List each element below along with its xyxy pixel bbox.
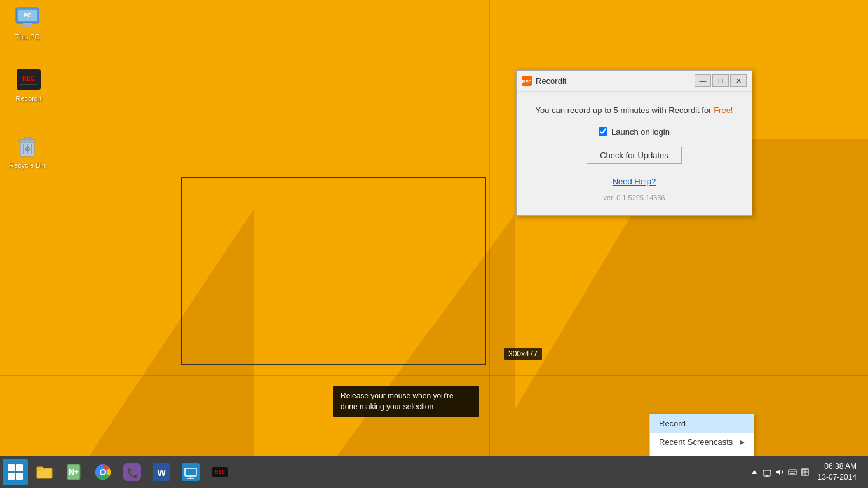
svg-text:PC: PC [24,12,32,18]
this-pc-icon: PC [15,5,40,30]
window-title-left: REC Recordit [522,76,566,86]
svg-rect-7 [24,137,31,140]
launch-on-login-row: Launch on login [529,127,739,137]
chrome-icon [94,463,112,481]
tray-flag-icon[interactable] [800,467,810,477]
file-explorer-icon [36,464,53,480]
window-body: You can record up to 5 minutes with Reco… [517,92,752,215]
minimize-button[interactable]: — [695,74,711,87]
svg-rect-36 [789,470,796,475]
bg-line-v [489,0,490,456]
launch-on-login-checkbox[interactable] [599,127,607,136]
version-text: ver. 0.1.5295.14356 [603,194,665,201]
window-description: You can record up to 5 minutes with Reco… [529,104,739,117]
window-controls: — □ ✕ [695,74,747,87]
tray-network-icon[interactable] [762,467,772,477]
taskbar-items: N+ 📞 [31,458,234,486]
svg-rect-2 [23,23,32,25]
tray-keyboard-icon[interactable] [787,467,797,477]
notepadpp-icon: N+ [65,463,83,481]
taskbar-right: 06:38 AM 13-07-2014 [749,461,865,483]
svg-text:W: W [157,468,166,478]
submenu-arrow-icon: ▶ [740,438,745,445]
desktop: PC This PC REC Recordit ♻ [0,0,868,456]
svg-text:REC: REC [522,79,532,84]
word-icon: W [153,463,170,481]
viber-icon: 📞 [123,463,141,481]
context-menu-recent-screencasts[interactable]: Recent Screencasts ▶ [650,433,754,451]
clock-time: 06:38 AM [818,461,857,472]
bg-shape2 [337,215,515,456]
tray-up-arrow[interactable] [749,467,759,477]
context-menu: Record Recent Screencasts ▶ Preferences … [649,414,754,456]
context-menu-record[interactable]: Record [650,414,754,433]
tooltip-text: Release your mouse when you're done maki… [341,391,454,411]
svg-text:📞: 📞 [127,468,139,478]
svg-text:N+: N+ [69,468,79,477]
window-title: Recordit [536,76,566,86]
size-indicator: 300x477 [504,348,542,360]
taskbar-notepadpp[interactable]: N+ [60,458,88,486]
tooltip: Release your mouse when you're done maki… [333,386,479,417]
context-menu-record-label: Record [659,419,686,428]
svg-rect-6 [19,140,36,142]
svg-rect-3 [20,25,34,27]
taskbar: N+ 📞 [0,456,868,488]
window-titlebar: REC Recordit — □ ✕ [517,71,752,92]
recordit-window-icon: REC [522,76,532,86]
system-tray [749,467,810,477]
need-help-link[interactable]: Need Help? [529,177,739,186]
start-button[interactable] [3,459,28,485]
bg-shape1 [64,208,254,456]
tray-speaker-icon[interactable] [775,467,785,477]
start-icon [8,464,23,480]
close-button[interactable]: ✕ [730,74,747,87]
launch-on-login-label: Launch on login [611,127,670,137]
clock-date: 13-07-2014 [818,472,857,483]
recordit-icon: REC [16,67,41,92]
bg-line-h [0,375,868,376]
maximize-button[interactable]: □ [712,74,729,87]
recordit-window: REC Recordit — □ ✕ You can record up to … [516,70,752,216]
taskbar-rec-badge: REC [212,467,228,477]
recycle-bin-desktop-icon[interactable]: ♻ Recycle Bin [5,133,50,169]
svg-marker-35 [776,469,780,475]
taskbar-chrome[interactable] [89,458,117,486]
recordit-desktop-icon[interactable]: REC Recordit [6,67,51,102]
free-highlight: Free! [714,105,733,115]
svg-marker-31 [752,470,757,474]
taskbar-word[interactable]: W [147,458,175,486]
recordit-desktop-label: Recordit [16,95,42,102]
this-pc-label: This PC [15,33,39,41]
svg-rect-15 [37,467,43,470]
taskbar-network[interactable] [177,458,205,486]
recycle-bin-label: Recycle Bin [9,161,46,169]
clock[interactable]: 06:38 AM 13-07-2014 [814,461,860,483]
context-menu-preferences[interactable]: Preferences [650,451,754,456]
taskbar-file-explorer[interactable] [31,458,58,486]
svg-rect-32 [763,470,771,475]
check-updates-button[interactable]: Check for Updates [587,147,682,164]
svg-point-22 [101,470,105,474]
context-menu-preferences-label: Preferences [659,456,703,456]
svg-text:♻: ♻ [25,146,31,152]
taskbar-viber[interactable]: 📞 [118,458,146,486]
context-menu-recent-label: Recent Screencasts [659,437,733,447]
recycle-bin-icon: ♻ [15,133,40,159]
network-icon [182,463,200,481]
taskbar-recordit[interactable]: REC [206,458,234,486]
this-pc-desktop-icon[interactable]: PC This PC [5,5,50,41]
